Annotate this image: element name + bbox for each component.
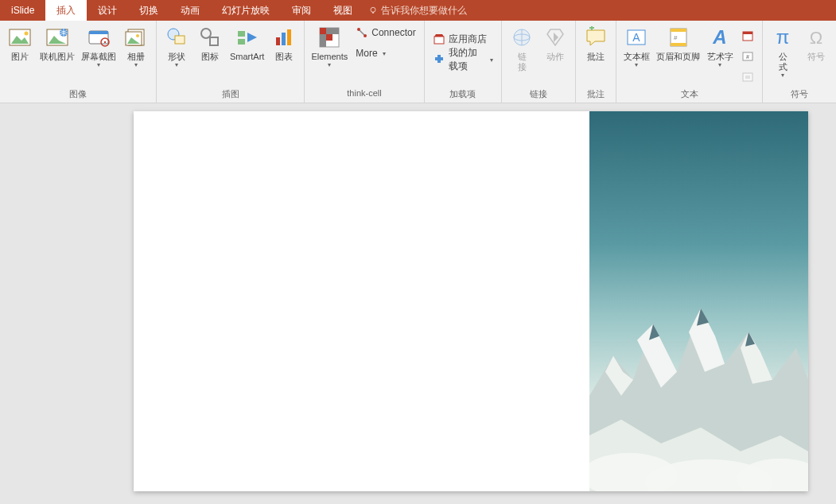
group-comments: 批注 批注: [576, 21, 616, 103]
svg-marker-22: [247, 33, 257, 42]
svg-rect-30: [320, 34, 326, 41]
shapes-icon: [163, 24, 190, 51]
group-label-image: 图像: [0, 88, 156, 103]
header-footer-button[interactable]: # 页眉和页脚: [653, 22, 703, 64]
smartart-button[interactable]: SmartArt: [227, 22, 267, 64]
svg-point-4: [25, 32, 29, 36]
svg-rect-24: [282, 33, 286, 45]
photo-album-button[interactable]: 相册 ▾: [119, 22, 153, 70]
svg-rect-23: [276, 37, 280, 45]
svg-rect-17: [175, 36, 185, 44]
ribbon: 图片 联机图片 屏幕截图 ▾ 相册 ▾ 图像 形状 ▾: [0, 21, 836, 103]
online-picture-icon: [44, 24, 71, 51]
icons-button[interactable]: 图标: [193, 22, 227, 64]
thinkcell-more-button[interactable]: More▾: [356, 45, 415, 62]
action-icon: [542, 24, 569, 51]
group-image: 图片 联机图片 屏幕截图 ▾ 相册 ▾ 图像: [0, 21, 157, 103]
lightbulb-icon: [368, 6, 378, 15]
online-pictures-button[interactable]: 联机图片: [37, 22, 78, 64]
tab-view[interactable]: 视图: [322, 0, 364, 21]
svg-rect-31: [326, 34, 332, 41]
wordart-button[interactable]: A 艺术字 ▾: [703, 22, 737, 70]
thinkcell-connector-button[interactable]: Connector: [356, 24, 415, 41]
slide-number-button[interactable]: #: [741, 48, 754, 65]
group-label-symbols: 符号: [763, 88, 836, 103]
screenshot-button[interactable]: 屏幕截图 ▾: [78, 22, 119, 70]
svg-text:A: A: [632, 31, 640, 44]
tab-islide[interactable]: iSlide: [0, 0, 45, 21]
symbol-button[interactable]: Ω 符号: [799, 22, 833, 64]
svg-text:#: #: [746, 54, 749, 60]
date-time-button[interactable]: [741, 27, 754, 45]
object-icon: [741, 71, 754, 83]
slide-canvas[interactable]: [0, 103, 836, 504]
svg-rect-36: [434, 37, 444, 44]
slide-image-mountain[interactable]: [589, 111, 808, 491]
tell-me[interactable]: 告诉我你想要做什么: [368, 0, 467, 21]
svg-rect-29: [332, 28, 339, 34]
group-label-comments: 批注: [576, 88, 616, 103]
slidenum-icon: #: [741, 50, 754, 63]
svg-rect-21: [238, 39, 245, 45]
header-footer-icon: #: [665, 24, 692, 51]
svg-text:A: A: [712, 26, 726, 48]
chevron-down-icon: ▾: [383, 50, 386, 57]
ribbon-tabstrip: iSlide 插入 设计 切换 动画 幻灯片放映 审阅 视图 告诉我你想要做什么: [0, 0, 836, 21]
smartart-icon: [234, 24, 261, 51]
group-thinkcell: Elements ▾ Connector More▾ think-cell: [305, 21, 424, 103]
textbox-icon: A: [623, 24, 650, 51]
chart-button[interactable]: 图表: [267, 22, 301, 64]
textbox-button[interactable]: A 文本框 ▾: [620, 22, 653, 70]
tab-design[interactable]: 设计: [87, 0, 128, 21]
svg-rect-19: [210, 37, 218, 45]
group-label-text: 文本: [616, 88, 762, 103]
svg-line-35: [360, 30, 364, 35]
tab-review[interactable]: 审阅: [281, 0, 322, 21]
tab-slideshow[interactable]: 幻灯片放映: [211, 0, 281, 21]
svg-rect-28: [326, 28, 332, 34]
group-label-links: 链接: [502, 88, 575, 103]
chevron-down-icon: ▾: [328, 61, 331, 68]
svg-rect-25: [287, 29, 291, 45]
svg-text:Ω: Ω: [810, 28, 822, 48]
equation-icon: π: [769, 24, 796, 51]
chevron-down-icon: ▾: [175, 61, 178, 68]
tab-insert[interactable]: 插入: [45, 0, 87, 21]
svg-rect-27: [320, 28, 326, 34]
object-button[interactable]: [741, 68, 754, 86]
group-label-illustration: 插图: [157, 88, 304, 103]
elements-button[interactable]: Elements ▾: [308, 22, 351, 70]
svg-rect-9: [89, 31, 108, 34]
symbol-icon: Ω: [803, 24, 830, 51]
chart-icon: [270, 24, 297, 51]
chevron-down-icon: ▾: [134, 61, 138, 68]
comment-icon: [582, 24, 609, 51]
my-addins-button[interactable]: 我的加载项▾: [433, 51, 493, 68]
picture-icon: [6, 24, 33, 51]
svg-point-0: [371, 7, 375, 12]
equation-button[interactable]: π 公 式 ▾: [766, 22, 799, 80]
svg-rect-55: [745, 76, 750, 79]
store-icon: [433, 33, 445, 45]
album-icon: [122, 24, 150, 51]
svg-point-15: [136, 34, 139, 37]
svg-rect-11: [104, 41, 106, 43]
new-comment-button[interactable]: 批注: [579, 22, 612, 64]
chevron-down-icon: ▾: [718, 61, 721, 68]
group-addins: 应用商店 我的加载项▾ 加载项: [425, 21, 502, 103]
store-button[interactable]: 应用商店: [433, 30, 493, 48]
svg-rect-20: [238, 31, 245, 37]
slide[interactable]: [134, 111, 808, 491]
pictures-button[interactable]: 图片: [3, 22, 37, 64]
hyperlink-button[interactable]: 链 接: [505, 22, 539, 74]
svg-rect-46: [671, 29, 686, 32]
tab-animation[interactable]: 动画: [169, 0, 211, 21]
screenshot-icon: [85, 24, 112, 51]
action-button[interactable]: 动作: [539, 22, 572, 64]
link-icon: [508, 24, 535, 51]
connector-icon: [356, 26, 368, 39]
svg-text:#: #: [674, 34, 678, 41]
shapes-button[interactable]: 形状 ▾: [160, 22, 193, 70]
group-label-addins: 加载项: [425, 88, 501, 103]
tab-transition[interactable]: 切换: [128, 0, 169, 21]
